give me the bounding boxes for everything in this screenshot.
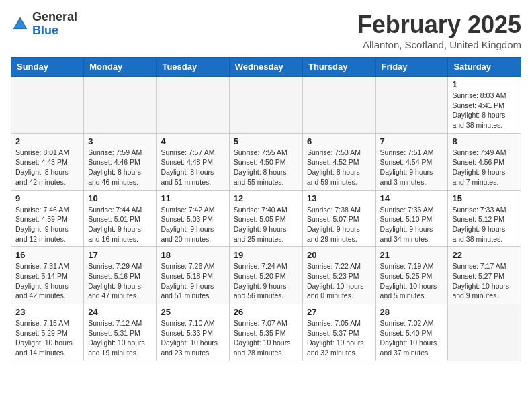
day-number: 6 (307, 136, 371, 146)
calendar-day-empty (229, 77, 302, 134)
calendar-day-2: 2Sunrise: 8:01 AM Sunset: 4:43 PM Daylig… (11, 133, 84, 190)
calendar-week-3: 9Sunrise: 7:46 AM Sunset: 4:59 PM Daylig… (11, 190, 521, 247)
day-info: Sunrise: 8:03 AM Sunset: 4:41 PM Dayligh… (452, 91, 517, 130)
day-number: 14 (380, 193, 444, 203)
calendar-day-1: 1Sunrise: 8:03 AM Sunset: 4:41 PM Daylig… (448, 77, 521, 134)
day-number: 10 (88, 193, 152, 203)
day-number: 7 (380, 136, 444, 146)
day-info: Sunrise: 7:49 AM Sunset: 4:56 PM Dayligh… (452, 148, 517, 187)
day-number: 15 (452, 193, 517, 203)
calendar: SundayMondayTuesdayWednesdayThursdayFrid… (11, 57, 521, 361)
calendar-week-2: 2Sunrise: 8:01 AM Sunset: 4:43 PM Daylig… (11, 133, 521, 190)
day-info: Sunrise: 7:40 AM Sunset: 5:05 PM Dayligh… (234, 205, 298, 244)
day-info: Sunrise: 7:46 AM Sunset: 4:59 PM Dayligh… (15, 205, 79, 244)
month-title: February 2025 (357, 11, 521, 39)
day-info: Sunrise: 7:17 AM Sunset: 5:27 PM Dayligh… (452, 261, 517, 301)
calendar-day-empty (448, 304, 521, 361)
calendar-day-19: 19Sunrise: 7:24 AM Sunset: 5:20 PM Dayli… (229, 247, 302, 304)
day-info: Sunrise: 7:33 AM Sunset: 5:12 PM Dayligh… (452, 205, 517, 244)
day-info: Sunrise: 7:19 AM Sunset: 5:25 PM Dayligh… (380, 261, 444, 301)
calendar-day-8: 8Sunrise: 7:49 AM Sunset: 4:56 PM Daylig… (448, 133, 521, 190)
day-number: 18 (161, 250, 224, 260)
calendar-day-15: 15Sunrise: 7:33 AM Sunset: 5:12 PM Dayli… (448, 190, 521, 247)
day-number: 27 (307, 307, 371, 317)
calendar-day-empty (84, 77, 157, 134)
calendar-day-20: 20Sunrise: 7:22 AM Sunset: 5:23 PM Dayli… (302, 247, 375, 304)
day-info: Sunrise: 7:57 AM Sunset: 4:48 PM Dayligh… (161, 148, 224, 187)
title-area: February 2025 Allanton, Scotland, United… (357, 11, 521, 50)
calendar-day-14: 14Sunrise: 7:36 AM Sunset: 5:10 PM Dayli… (375, 190, 448, 247)
calendar-day-22: 22Sunrise: 7:17 AM Sunset: 5:27 PM Dayli… (448, 247, 521, 304)
calendar-day-16: 16Sunrise: 7:31 AM Sunset: 5:14 PM Dayli… (11, 247, 84, 304)
day-number: 25 (161, 307, 224, 317)
day-number: 17 (88, 250, 152, 260)
calendar-week-4: 16Sunrise: 7:31 AM Sunset: 5:14 PM Dayli… (11, 247, 521, 304)
day-info: Sunrise: 8:01 AM Sunset: 4:43 PM Dayligh… (15, 148, 79, 187)
day-number: 12 (234, 193, 298, 203)
day-info: Sunrise: 7:10 AM Sunset: 5:33 PM Dayligh… (161, 318, 224, 358)
calendar-day-12: 12Sunrise: 7:40 AM Sunset: 5:05 PM Dayli… (229, 190, 302, 247)
day-number: 16 (15, 250, 79, 260)
day-number: 5 (234, 136, 298, 146)
calendar-day-27: 27Sunrise: 7:05 AM Sunset: 5:37 PM Dayli… (302, 304, 375, 361)
day-number: 1 (452, 79, 517, 89)
day-number: 8 (452, 136, 517, 146)
calendar-header-saturday: Saturday (448, 58, 521, 77)
day-number: 28 (380, 307, 444, 317)
day-number: 26 (234, 307, 298, 317)
day-number: 22 (452, 250, 517, 260)
day-info: Sunrise: 7:36 AM Sunset: 5:10 PM Dayligh… (380, 205, 444, 244)
day-info: Sunrise: 7:53 AM Sunset: 4:52 PM Dayligh… (307, 148, 371, 187)
day-number: 20 (307, 250, 371, 260)
calendar-header-tuesday: Tuesday (157, 58, 229, 77)
day-info: Sunrise: 7:51 AM Sunset: 4:54 PM Dayligh… (380, 148, 444, 187)
calendar-day-17: 17Sunrise: 7:29 AM Sunset: 5:16 PM Dayli… (84, 247, 157, 304)
calendar-day-empty (302, 77, 375, 134)
day-info: Sunrise: 7:59 AM Sunset: 4:46 PM Dayligh… (88, 148, 152, 187)
day-info: Sunrise: 7:05 AM Sunset: 5:37 PM Dayligh… (307, 318, 371, 358)
logo-general-text: General (32, 11, 77, 24)
calendar-day-13: 13Sunrise: 7:38 AM Sunset: 5:07 PM Dayli… (302, 190, 375, 247)
calendar-day-6: 6Sunrise: 7:53 AM Sunset: 4:52 PM Daylig… (302, 133, 375, 190)
logo: General Blue (11, 11, 77, 38)
day-number: 24 (88, 307, 152, 317)
day-info: Sunrise: 7:02 AM Sunset: 5:40 PM Dayligh… (380, 318, 444, 358)
location: Allanton, Scotland, United Kingdom (357, 39, 521, 50)
calendar-day-23: 23Sunrise: 7:15 AM Sunset: 5:29 PM Dayli… (11, 304, 84, 361)
day-number: 21 (380, 250, 444, 260)
day-info: Sunrise: 7:15 AM Sunset: 5:29 PM Dayligh… (15, 318, 79, 358)
calendar-header-thursday: Thursday (302, 58, 375, 77)
calendar-day-empty (157, 77, 229, 134)
calendar-day-3: 3Sunrise: 7:59 AM Sunset: 4:46 PM Daylig… (84, 133, 157, 190)
calendar-header-row: SundayMondayTuesdayWednesdayThursdayFrid… (11, 58, 521, 77)
day-info: Sunrise: 7:26 AM Sunset: 5:18 PM Dayligh… (161, 261, 224, 301)
day-number: 19 (234, 250, 298, 260)
day-info: Sunrise: 7:22 AM Sunset: 5:23 PM Dayligh… (307, 261, 371, 301)
day-number: 2 (15, 136, 79, 146)
day-info: Sunrise: 7:55 AM Sunset: 4:50 PM Dayligh… (234, 148, 298, 187)
calendar-week-5: 23Sunrise: 7:15 AM Sunset: 5:29 PM Dayli… (11, 304, 521, 361)
calendar-day-26: 26Sunrise: 7:07 AM Sunset: 5:35 PM Dayli… (229, 304, 302, 361)
calendar-header-wednesday: Wednesday (229, 58, 302, 77)
day-number: 13 (307, 193, 371, 203)
day-info: Sunrise: 7:12 AM Sunset: 5:31 PM Dayligh… (88, 318, 152, 358)
calendar-day-7: 7Sunrise: 7:51 AM Sunset: 4:54 PM Daylig… (375, 133, 448, 190)
day-number: 3 (88, 136, 152, 146)
day-info: Sunrise: 7:38 AM Sunset: 5:07 PM Dayligh… (307, 205, 371, 244)
day-number: 23 (15, 307, 79, 317)
calendar-day-24: 24Sunrise: 7:12 AM Sunset: 5:31 PM Dayli… (84, 304, 157, 361)
day-info: Sunrise: 7:07 AM Sunset: 5:35 PM Dayligh… (234, 318, 298, 358)
calendar-day-21: 21Sunrise: 7:19 AM Sunset: 5:25 PM Dayli… (375, 247, 448, 304)
day-info: Sunrise: 7:29 AM Sunset: 5:16 PM Dayligh… (88, 261, 152, 301)
day-number: 11 (161, 193, 224, 203)
calendar-day-25: 25Sunrise: 7:10 AM Sunset: 5:33 PM Dayli… (157, 304, 229, 361)
day-info: Sunrise: 7:42 AM Sunset: 5:03 PM Dayligh… (161, 205, 224, 244)
day-number: 9 (15, 193, 79, 203)
page-header: General Blue February 2025 Allanton, Sco… (11, 11, 521, 50)
day-info: Sunrise: 7:24 AM Sunset: 5:20 PM Dayligh… (234, 261, 298, 301)
calendar-day-18: 18Sunrise: 7:26 AM Sunset: 5:18 PM Dayli… (157, 247, 229, 304)
calendar-day-empty (11, 77, 84, 134)
calendar-day-9: 9Sunrise: 7:46 AM Sunset: 4:59 PM Daylig… (11, 190, 84, 247)
calendar-header-sunday: Sunday (11, 58, 84, 77)
calendar-day-28: 28Sunrise: 7:02 AM Sunset: 5:40 PM Dayli… (375, 304, 448, 361)
